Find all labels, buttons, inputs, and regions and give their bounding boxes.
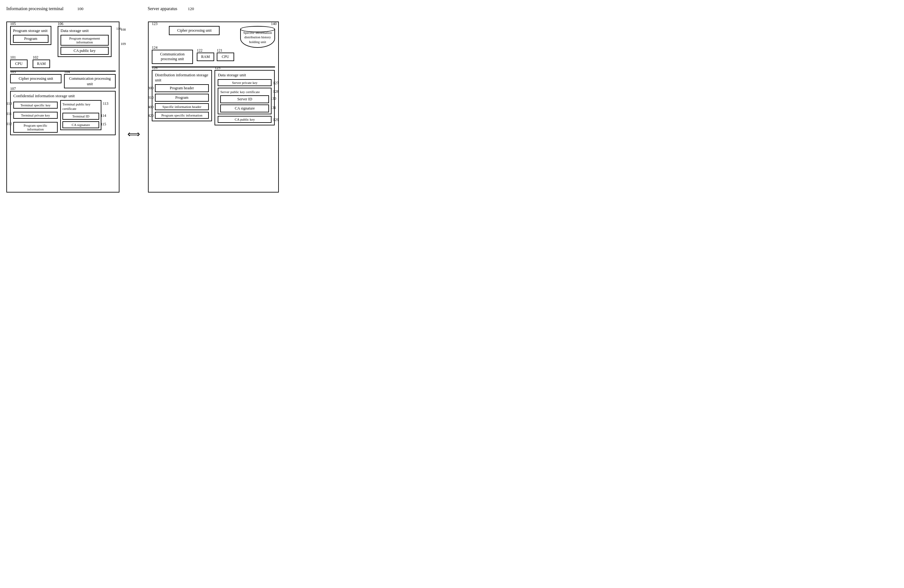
confidential-storage-unit: Confidential information storage unit 11… — [10, 91, 115, 135]
ref-300: 300 — [148, 86, 154, 91]
ref-124: 124 — [152, 45, 158, 50]
holding-unit-label: Specific information distribution histor… — [243, 31, 272, 44]
ref-420: 420 — [148, 114, 154, 118]
server-ca-public-key: CA public key — [218, 116, 272, 123]
terminal-program-specific-info: Program specific information — [13, 122, 58, 133]
ref-122: 122 — [197, 48, 202, 53]
terminal-title: Information processing terminal — [6, 6, 63, 11]
ref-105: 105 — [10, 22, 16, 26]
terminal-ram: RAM — [33, 60, 50, 68]
server-box: 123 Cipher processing unit 140 Specific … — [148, 22, 279, 192]
program-header: Program header — [155, 84, 209, 92]
specific-info-header: Specific information header — [155, 103, 209, 110]
ref-112: 112 — [6, 121, 12, 126]
program-storage-label: Program storage unit — [13, 28, 49, 33]
server-cpu: CPU — [217, 52, 234, 61]
ref-103: 103 — [10, 70, 16, 74]
server-title: Server apparatus — [148, 6, 177, 11]
terminal-ca-signature: CA signature — [62, 121, 99, 128]
ref-107: 107 — [10, 87, 16, 91]
ref-128: 128 — [273, 89, 278, 94]
server-data-label: Data storage unit — [218, 73, 272, 77]
server-bottom-row: 126 Distribution information storage uni… — [152, 70, 275, 125]
terminal-box: 105 Program storage unit Program 106 116… — [6, 22, 119, 192]
ref-140: 140 — [271, 22, 277, 26]
data-storage-unit: Data storage unit Program management inf… — [58, 26, 112, 57]
ref-400: 400 — [148, 105, 154, 110]
confidential-label: Confidential information storage unit — [13, 93, 112, 98]
program-mgmt-info: Program management information — [60, 35, 109, 46]
server-ram: RAM — [197, 52, 214, 61]
terminal-cipher-label: Cipher processing unit — [19, 76, 53, 81]
terminal-cipher-unit: Cipher processing unit — [10, 74, 62, 83]
server-cert-label: Server public key certificate — [220, 90, 269, 94]
cylinder-top — [240, 26, 275, 32]
holding-unit-cylinder: Specific information distribution histor… — [240, 26, 275, 48]
ref-106: 106 — [58, 22, 63, 26]
terminal-private-key: Terminal private key — [13, 112, 58, 119]
ref-126: 126 — [152, 66, 158, 70]
server-public-key-cert: Server public key certificate 130 Server… — [218, 88, 272, 114]
server-cipher-unit: Cipher processing unit — [169, 26, 220, 35]
server-ref: 120 — [188, 6, 194, 11]
ref-125: 125 — [215, 66, 220, 70]
server-comm-unit: Communication processing unit — [152, 50, 193, 64]
ref-130: 130 — [270, 96, 276, 101]
ref-129: 129 — [273, 117, 278, 122]
ref-113: 113 — [103, 101, 108, 106]
ref-123: 123 — [152, 22, 158, 26]
server-cert-ca-signature: CA signature — [220, 104, 269, 112]
terminal-comm-unit: Communication processing unit — [64, 74, 115, 88]
ref-131: 131 — [270, 106, 276, 110]
terminal-id: Terminal ID — [62, 113, 99, 120]
ca-public-key-terminal: CA public key — [60, 47, 109, 55]
distribution-info-storage: Distribution information storage unit 30… — [152, 70, 212, 121]
dist-program: Program — [155, 94, 209, 102]
program-inner: Program — [13, 35, 49, 43]
ref-102: 102 — [33, 55, 38, 60]
ref-111: 111 — [6, 112, 12, 116]
ref-108: 108 — [120, 28, 126, 32]
server-id: Server ID — [220, 95, 269, 103]
terminal-server-arrow: ⟺ — [129, 76, 139, 192]
terminal-public-key-cert-label: Terminal public key certificate — [62, 102, 99, 111]
data-storage-label: Data storage unit — [60, 28, 109, 33]
terminal-specific-key: Terminal specific key — [13, 102, 58, 109]
ref-115: 115 — [100, 122, 106, 127]
server-comm-label: Communication processing unit — [160, 52, 185, 61]
program-storage-unit: Program storage unit Program — [10, 26, 51, 45]
ref-121: 121 — [217, 48, 223, 53]
ref-114: 114 — [100, 114, 106, 118]
ref-110: 110 — [6, 101, 12, 106]
server-private-key: Server private key — [218, 79, 272, 86]
ref-127: 127 — [273, 81, 278, 85]
ref-109: 109 — [120, 42, 126, 46]
server-data-storage: Data storage unit 127 Server private key… — [215, 70, 275, 125]
ref-101: 101 — [10, 55, 16, 60]
server-cipher-label: Cipher processing unit — [177, 28, 212, 33]
ref-310: 310 — [148, 95, 154, 100]
ref-104: 104 — [64, 70, 70, 74]
terminal-cpu: CPU — [10, 60, 28, 68]
dist-info-label: Distribution information storage unit — [155, 73, 209, 83]
terminal-comm-label: Communication processing unit — [69, 76, 111, 86]
terminal-ref: 100 — [77, 6, 84, 11]
dist-program-specific-info: Program specific information — [155, 112, 209, 119]
